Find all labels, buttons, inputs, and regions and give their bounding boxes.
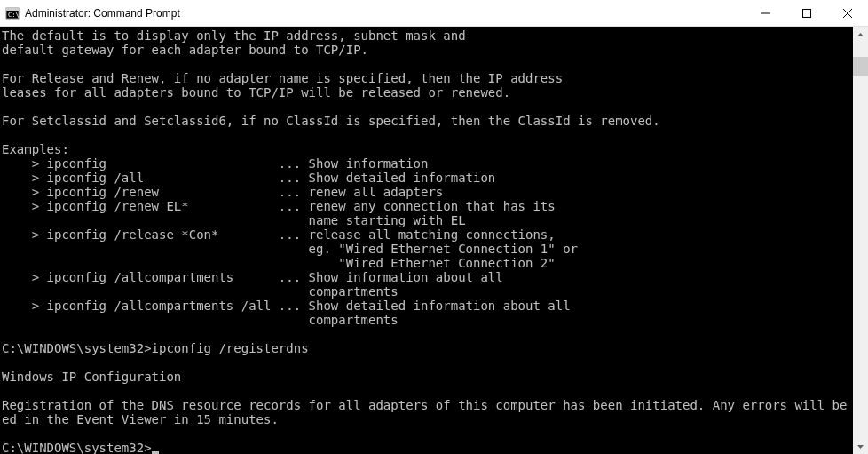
window-title: Administrator: Command Prompt (25, 7, 746, 20)
console-output[interactable]: The default is to display only the IP ad… (0, 27, 853, 454)
vertical-scrollbar[interactable] (853, 27, 868, 454)
scroll-track[interactable] (853, 42, 868, 439)
maximize-button[interactable] (786, 0, 827, 26)
svg-rect-1 (6, 8, 19, 11)
scroll-down-button[interactable] (853, 439, 868, 454)
cmd-icon: C:\ (5, 6, 20, 20)
window-controls (746, 0, 868, 26)
titlebar: C:\ Administrator: Command Prompt (0, 0, 868, 27)
svg-text:C:\: C:\ (8, 12, 20, 19)
console-container: The default is to display only the IP ad… (0, 27, 868, 454)
close-button[interactable] (827, 0, 868, 26)
svg-marker-8 (857, 445, 864, 449)
minimize-button[interactable] (746, 0, 786, 26)
svg-rect-4 (803, 9, 811, 17)
svg-marker-7 (857, 33, 864, 36)
scroll-thumb[interactable] (853, 57, 868, 76)
scroll-up-button[interactable] (853, 27, 868, 42)
